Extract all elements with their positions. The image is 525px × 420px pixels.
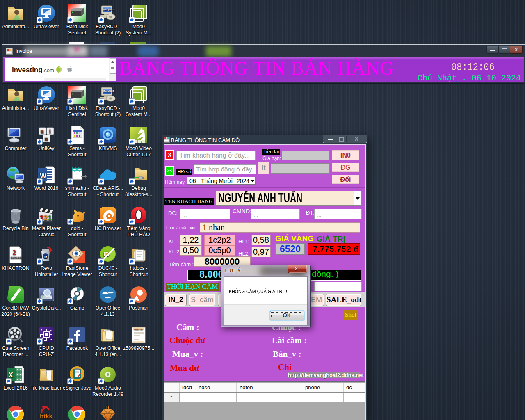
svg-text:EasyBCD: EasyBCD — [103, 8, 115, 11]
svg-text:R: R — [44, 254, 48, 259]
svg-text:2: 2 — [44, 215, 48, 221]
svg-text:i: i — [49, 128, 51, 135]
svg-text:n: n — [45, 136, 48, 142]
svg-text:u: u — [41, 128, 44, 135]
svg-text:PHIẾU THU: PHIẾU THU — [134, 329, 143, 331]
svg-text:2: 2 — [13, 249, 16, 256]
svg-text:H: H — [106, 405, 109, 409]
svg-text:X: X — [9, 372, 13, 379]
svg-text:EasyBCD: EasyBCD — [103, 90, 115, 92]
svg-text:EZCAD: EZCAD — [11, 256, 22, 260]
svg-text:htkk: htkk — [40, 413, 53, 420]
svg-text:1: 1 — [48, 215, 52, 221]
